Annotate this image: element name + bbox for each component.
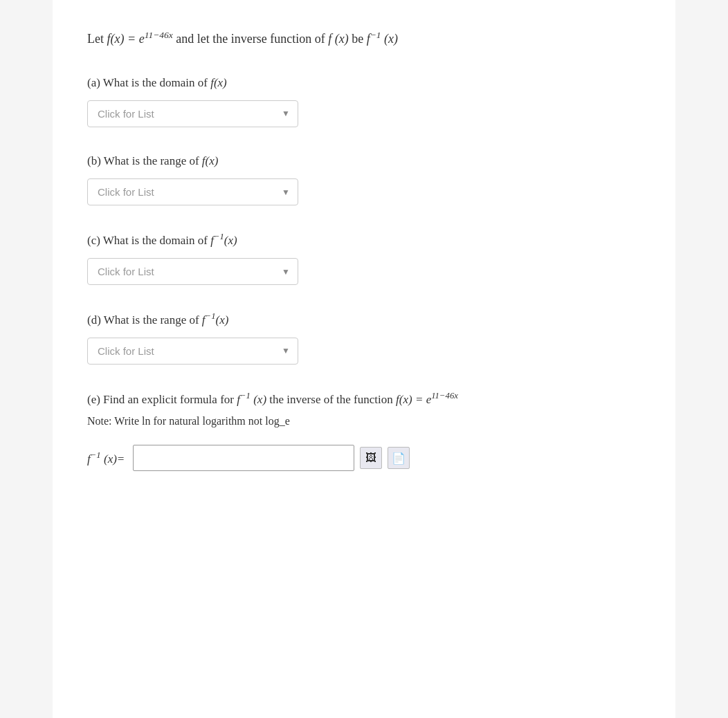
question-a-dropdown-container: Click for List ▼	[87, 100, 298, 127]
question-e-note: Note: Write ln for natural logarithm not…	[87, 415, 641, 427]
page-container: Let f(x) = e11−46x and let the inverse f…	[53, 0, 675, 718]
document-icon-button[interactable]: 📄	[388, 447, 410, 469]
formula-icon: 🖼	[365, 452, 376, 464]
question-a-block: (a) What is the domain of f(x) Click for…	[87, 73, 641, 127]
question-d-label: (d) What is the range of f−1(x)	[87, 309, 641, 329]
question-d-dropdown-container: Click for List ▼	[87, 338, 298, 365]
question-c-dropdown-container: Click for List ▼	[87, 258, 298, 285]
question-a-text: (a) What is the domain of	[87, 76, 210, 89]
question-e-prefix: (e) Find an explicit formula for	[87, 393, 237, 406]
intro-text: Let f(x) = e11−46x and let the inverse f…	[87, 28, 641, 49]
question-b-text: (b) What is the range of	[87, 154, 202, 167]
intro-exponent: 11−46x	[145, 30, 173, 40]
intro-func: f(x) = e11−46x	[107, 32, 176, 46]
question-b-dropdown[interactable]: Click for List	[87, 178, 298, 205]
formula-icon-button[interactable]: 🖼	[360, 447, 382, 469]
question-a-label: (a) What is the domain of f(x)	[87, 73, 641, 92]
question-d-block: (d) What is the range of f−1(x) Click fo…	[87, 309, 641, 365]
intro-fx: f (x)	[328, 32, 349, 46]
question-a-dropdown[interactable]: Click for List	[87, 100, 298, 127]
question-a-math: f(x)	[210, 76, 227, 89]
question-c-dropdown[interactable]: Click for List	[87, 258, 298, 285]
question-e-middle: the inverse of the function	[269, 393, 396, 406]
question-e-block: (e) Find an explicit formula for f−1 (x)…	[87, 389, 641, 472]
question-e-finv: f−1 (x)	[237, 393, 266, 406]
document-icon: 📄	[392, 452, 406, 465]
question-d-text: (d) What is the range of	[87, 313, 202, 326]
question-e-label: (e) Find an explicit formula for f−1 (x)…	[87, 389, 641, 410]
answer-input[interactable]	[133, 445, 354, 471]
question-c-label: (c) What is the domain of f−1(x)	[87, 230, 641, 250]
answer-row: f−1 (x)= 🖼 📄	[87, 445, 641, 471]
question-b-dropdown-container: Click for List ▼	[87, 178, 298, 205]
question-c-math: f−1(x)	[210, 234, 237, 247]
intro-finv: f−1 (x)	[367, 32, 398, 46]
answer-label: f−1 (x)=	[87, 450, 125, 466]
question-d-dropdown[interactable]: Click for List	[87, 338, 298, 365]
question-c-block: (c) What is the domain of f−1(x) Click f…	[87, 230, 641, 285]
question-e-fx: f(x) = e11−46x	[396, 393, 458, 406]
intro-prefix: Let	[87, 32, 107, 46]
question-b-label: (b) What is the range of f(x)	[87, 151, 641, 170]
intro-and: and let the inverse function of	[176, 32, 328, 46]
intro-be: be	[352, 32, 367, 46]
question-b-math: f(x)	[202, 154, 219, 167]
question-c-text: (c) What is the domain of	[87, 234, 210, 247]
question-b-block: (b) What is the range of f(x) Click for …	[87, 151, 641, 205]
question-d-math: f−1(x)	[202, 313, 229, 326]
